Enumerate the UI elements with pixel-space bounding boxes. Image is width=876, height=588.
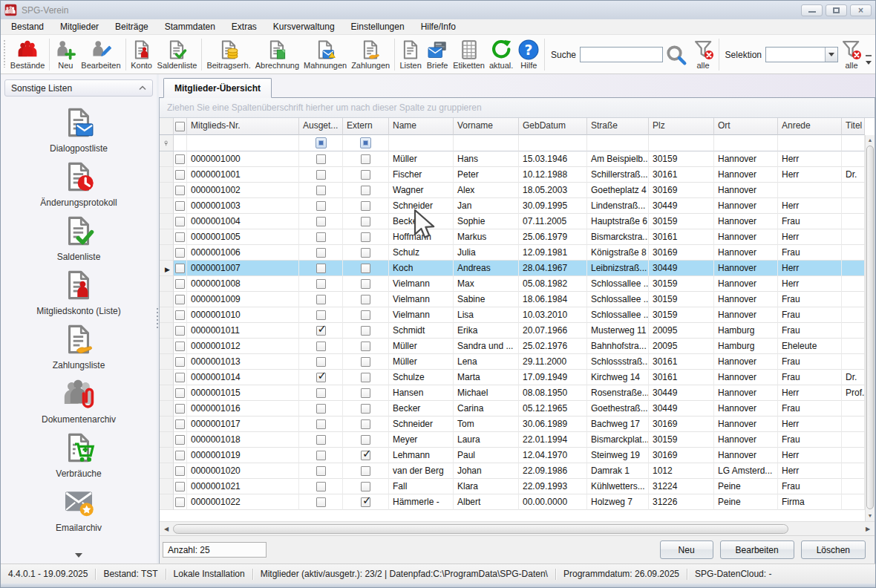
table-row-0000001009[interactable]: 0000001009VielmannSabine18.06.1984Schlos… bbox=[160, 292, 865, 307]
toolbar-grip[interactable] bbox=[4, 40, 5, 68]
extern-checkbox[interactable] bbox=[361, 342, 370, 351]
table-row-0000001016[interactable]: 0000001016BeckerCarina05.12.1965Goethest… bbox=[160, 401, 865, 416]
ausget-checkbox[interactable] bbox=[316, 404, 326, 414]
table-row-0000001000[interactable]: 0000001000MüllerHans15.03.1946Am Beispie… bbox=[160, 151, 865, 167]
table-row-0000001002[interactable]: 0000001002WagnerAlex18.05.2003Goetheplat… bbox=[160, 183, 865, 198]
toolbar-button-hilfe[interactable]: ?Hilfe bbox=[515, 36, 542, 74]
ausget-checkbox[interactable] bbox=[316, 232, 326, 242]
extern-checkbox[interactable] bbox=[361, 404, 370, 414]
scroll-left-icon[interactable]: ◀ bbox=[161, 526, 171, 532]
ausget-checkbox[interactable]: ✓ bbox=[316, 373, 326, 382]
bearbeiten-button[interactable]: Bearbeiten bbox=[720, 540, 794, 559]
ausget-checkbox[interactable] bbox=[316, 295, 326, 304]
extern-checkbox[interactable] bbox=[361, 248, 370, 258]
ausget-checkbox[interactable] bbox=[316, 201, 326, 211]
ausget-checkbox[interactable] bbox=[316, 217, 326, 226]
sidebar-item-dokumentenarchiv[interactable]: Dokumentenarchiv bbox=[42, 376, 116, 425]
sidebar-item-zahlungsliste[interactable]: Zahlungsliste bbox=[53, 322, 105, 370]
row-select-checkbox[interactable] bbox=[175, 264, 185, 273]
ausget-checkbox[interactable] bbox=[316, 419, 326, 429]
maximize-button[interactable] bbox=[826, 4, 847, 16]
row-select-checkbox[interactable] bbox=[175, 435, 185, 445]
ausget-checkbox[interactable] bbox=[316, 154, 326, 164]
table-row-0000001007[interactable]: ▶0000001007KochAndreas28.04.1967Leibnizs… bbox=[160, 261, 865, 276]
menu-item-beitraege[interactable]: Beiträge bbox=[107, 20, 157, 33]
sidebar-scroll-down-icon[interactable] bbox=[75, 553, 82, 561]
column-header-anrede[interactable]: Anrede bbox=[778, 118, 842, 135]
row-select-checkbox[interactable] bbox=[175, 310, 185, 320]
table-row-0000001001[interactable]: 0000001001FischerPeter10.12.1988Schiller… bbox=[160, 167, 865, 183]
selektion-filter-clear-button[interactable]: alle bbox=[838, 36, 865, 74]
table-row-0000001021[interactable]: 0000001021FallKlara22.09.1993Kühlwetters… bbox=[160, 479, 865, 494]
menu-item-extras[interactable]: Extras bbox=[223, 20, 265, 33]
filter-cell-mitglieds-nr[interactable] bbox=[187, 135, 299, 151]
toolbar-button-saldenliste[interactable]: Saldenliste bbox=[155, 36, 200, 74]
ausget-checkbox[interactable] bbox=[316, 435, 326, 445]
search-icon[interactable] bbox=[665, 44, 687, 66]
menu-item-kursverwaltung[interactable]: Kursverwaltung bbox=[265, 20, 343, 33]
extern-checkbox[interactable] bbox=[361, 170, 370, 180]
ausget-checkbox[interactable] bbox=[316, 264, 326, 273]
extern-checkbox[interactable] bbox=[361, 326, 370, 336]
filter-cell[interactable] bbox=[778, 135, 842, 151]
row-select-checkbox[interactable] bbox=[175, 186, 185, 195]
toolbar-button-abrechnung[interactable]: Abrechnung bbox=[253, 36, 301, 74]
table-row-0000001008[interactable]: 0000001008VielmannMax05.08.1982Schlossal… bbox=[160, 276, 865, 292]
menu-item-einstellungen[interactable]: Einstellungen bbox=[343, 20, 413, 33]
loeschen-button[interactable]: Löschen bbox=[801, 540, 866, 559]
toolbar-button-zahlungen[interactable]: Zahlungen bbox=[349, 36, 392, 74]
ausget-checkbox[interactable] bbox=[316, 357, 326, 367]
chevron-up-icon[interactable] bbox=[139, 85, 146, 91]
row-select-checkbox[interactable] bbox=[175, 342, 185, 351]
minimize-button[interactable] bbox=[801, 4, 823, 16]
column-header-titel[interactable]: Titel bbox=[842, 118, 865, 135]
filter-cell[interactable] bbox=[454, 135, 519, 151]
toolbar-button-bearbeiten[interactable]: Bearbeiten bbox=[79, 36, 122, 74]
extern-checkbox[interactable] bbox=[361, 201, 370, 211]
filter-cell[interactable] bbox=[587, 135, 649, 151]
table-row-0000001022[interactable]: 0000001022✓Hämmerle -Albert00.00.0000Hol… bbox=[160, 494, 865, 510]
row-select-checkbox[interactable] bbox=[175, 279, 185, 289]
column-header-strasse[interactable]: Straße bbox=[587, 118, 649, 135]
table-row-0000001003[interactable]: 0000001003SchneiderJan30.09.1995Lindenst… bbox=[160, 198, 865, 214]
table-row-0000001005[interactable]: 0000001005HoffmannMarkus25.06.1979Bismar… bbox=[160, 229, 865, 245]
column-header-plz[interactable]: Plz bbox=[649, 118, 714, 135]
row-select-checkbox[interactable] bbox=[175, 373, 185, 382]
toolbar-button-konto[interactable]: Konto bbox=[128, 36, 155, 74]
sidebar-header[interactable]: Sonstige Listen bbox=[4, 79, 153, 97]
scroll-up-icon[interactable]: ▲ bbox=[866, 135, 875, 146]
row-select-checkbox[interactable] bbox=[175, 357, 185, 367]
sidebar-item-saldenliste[interactable]: Saldenliste bbox=[57, 214, 101, 262]
row-select-checkbox[interactable] bbox=[175, 248, 185, 258]
column-header-ort[interactable]: Ort bbox=[714, 118, 778, 135]
toolbar-button-neu[interactable]: Neu bbox=[52, 36, 79, 74]
ausget-checkbox[interactable] bbox=[316, 310, 326, 320]
extern-checkbox[interactable] bbox=[361, 466, 370, 476]
table-row-0000001004[interactable]: 0000001004BeckerSophie07.11.2005Hauptstr… bbox=[160, 214, 865, 229]
ausget-checkbox[interactable] bbox=[316, 388, 326, 398]
menu-item-bestand[interactable]: Bestand bbox=[3, 20, 52, 33]
table-row-0000001010[interactable]: 0000001010VielmannLisa10.03.2010Schlossa… bbox=[160, 307, 865, 323]
selektion-dropdown[interactable] bbox=[765, 47, 838, 62]
ausget-checkbox[interactable] bbox=[316, 170, 326, 180]
sidebar-item-aenderungsprotokoll[interactable]: Änderungsprotokoll bbox=[40, 160, 117, 208]
row-select-checkbox[interactable] bbox=[175, 170, 185, 180]
vertical-scrollbar[interactable]: ▲ ▼ bbox=[865, 135, 875, 521]
ausget-checkbox[interactable] bbox=[316, 497, 326, 507]
table-row-0000001017[interactable]: 0000001017SchneiderTom30.06.1989Bachweg … bbox=[160, 416, 865, 432]
table-row-0000001018[interactable]: 0000001018MeyerLaura22.01.1994Bismarckpl… bbox=[160, 432, 865, 448]
row-select-checkbox[interactable] bbox=[175, 217, 185, 226]
filter-cell[interactable] bbox=[842, 135, 865, 151]
row-select-checkbox[interactable] bbox=[175, 404, 185, 414]
column-header-ausget[interactable]: Ausget... bbox=[299, 118, 343, 135]
chevron-down-icon[interactable] bbox=[825, 48, 837, 62]
row-select-checkbox[interactable] bbox=[175, 388, 185, 398]
ausget-checkbox[interactable]: ✓ bbox=[316, 326, 326, 336]
toolbar-button-aktual[interactable]: aktual. bbox=[487, 36, 515, 74]
row-select-checkbox[interactable] bbox=[175, 232, 185, 242]
filter-extern-button[interactable] bbox=[343, 135, 389, 151]
row-select-checkbox[interactable] bbox=[175, 326, 185, 336]
toolbar-button-beitragserh[interactable]: Beitragserh. bbox=[204, 36, 252, 74]
search-input[interactable] bbox=[580, 47, 663, 62]
table-row-0000001019[interactable]: 0000001019✓LehmannPaul12.04.1970Steinweg… bbox=[160, 448, 865, 463]
